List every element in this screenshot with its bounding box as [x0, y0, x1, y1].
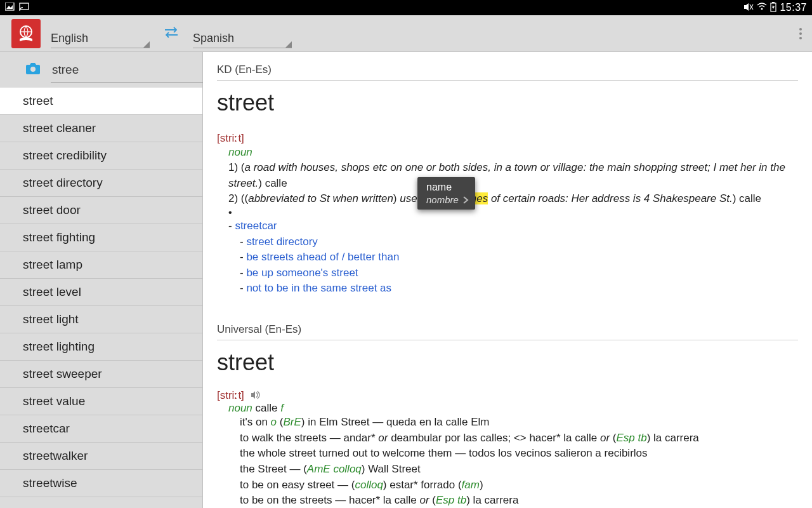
clock: 15:37: [780, 2, 807, 13]
suggestion-item[interactable]: streetwise: [0, 470, 202, 497]
search-row: [0, 52, 202, 88]
phonetic: [striːt]: [217, 131, 798, 145]
link-streetcar[interactable]: streetcar: [235, 220, 277, 232]
dictionary-source: KD (En-Es): [217, 64, 798, 76]
related-link: - street directory: [240, 234, 798, 250]
headword: street: [217, 90, 798, 116]
svg-marker-1: [6, 5, 13, 9]
svg-point-14: [30, 67, 36, 72]
translation-tooltip[interactable]: name nombre: [417, 177, 475, 210]
tooltip-head: name: [426, 182, 469, 193]
mute-icon: [743, 3, 754, 13]
suggestion-item[interactable]: street value: [0, 388, 202, 415]
sidebar: streetstreet cleanerstreet credibilityst…: [0, 52, 203, 508]
image-icon: [5, 3, 15, 13]
suggestion-item[interactable]: street cleaner: [0, 115, 202, 142]
battery-icon: [770, 2, 776, 14]
bullet: •: [228, 207, 798, 218]
target-language-select[interactable]: Spanish: [193, 19, 292, 48]
related-link: - streetcar: [228, 218, 798, 234]
source-language-label: English: [51, 32, 150, 45]
suggestion-item[interactable]: street lamp: [0, 251, 202, 279]
search-input[interactable]: [51, 60, 204, 79]
svg-rect-8: [772, 2, 775, 3]
suggestion-item[interactable]: street light: [0, 306, 202, 333]
toolbar: English Spanish: [0, 15, 812, 52]
phonetic-row: [striːt]: [217, 389, 798, 402]
sense-1: 1) (a road with houses, shops etc on one…: [228, 160, 798, 191]
suggestion-item[interactable]: street lighting: [0, 333, 202, 361]
suggestions-list: streetstreet cleanerstreet credibilityst…: [0, 88, 202, 508]
suggestion-item[interactable]: street fighting: [0, 224, 202, 251]
chevron-right-icon: [462, 196, 469, 204]
svg-point-6: [761, 8, 763, 10]
target-language-label: Spanish: [193, 32, 292, 45]
related-link: - be up someone's street: [240, 265, 798, 281]
suggestion-item[interactable]: street level: [0, 279, 202, 306]
suggestion-item[interactable]: streetwalker: [0, 443, 202, 470]
examples: it's on o (BrE) in Elm Street — queda en…: [240, 415, 798, 508]
suggestion-item[interactable]: street sweeper: [0, 361, 202, 388]
source-language-select[interactable]: English: [51, 19, 150, 48]
suggestion-item[interactable]: street directory: [0, 170, 202, 197]
definition-panel[interactable]: KD (En-Es) street [striːt] noun 1) (a ro…: [203, 52, 812, 508]
app-logo[interactable]: [11, 19, 41, 48]
divider: [217, 80, 798, 81]
pos-line: noun calle f: [228, 402, 798, 415]
dropdown-triangle-icon: [143, 41, 150, 48]
wifi-icon: [757, 3, 767, 13]
headword: street: [217, 349, 798, 376]
suggestion-item[interactable]: street door: [0, 197, 202, 224]
dictionary-source: Universal (En-Es): [217, 323, 798, 336]
divider: [217, 340, 798, 340]
part-of-speech: noun: [228, 146, 798, 159]
speaker-icon[interactable]: [251, 391, 261, 402]
svg-marker-9: [772, 4, 775, 10]
related-link: - be streets ahead of / better than: [240, 250, 798, 265]
svg-rect-2: [20, 3, 29, 10]
swap-languages-icon[interactable]: [162, 26, 180, 41]
overflow-menu-icon[interactable]: [794, 21, 807, 46]
suggestion-item[interactable]: street credibility: [0, 142, 202, 170]
cast-icon: [19, 3, 30, 13]
svg-marker-3: [744, 3, 749, 11]
suggestion-item[interactable]: streetcar: [0, 415, 202, 443]
suggestion-item[interactable]: street: [0, 88, 202, 115]
svg-marker-13: [30, 63, 36, 65]
sense-2: 2) ((abbreviated to St when written) use…: [228, 191, 798, 207]
dropdown-triangle-icon: [285, 41, 292, 48]
camera-icon[interactable]: [25, 62, 41, 77]
status-bar: 15:37: [0, 0, 812, 15]
tooltip-sub: nombre: [426, 194, 469, 205]
related-link: - not to be in the same street as: [240, 281, 798, 297]
svg-marker-17: [251, 391, 255, 399]
